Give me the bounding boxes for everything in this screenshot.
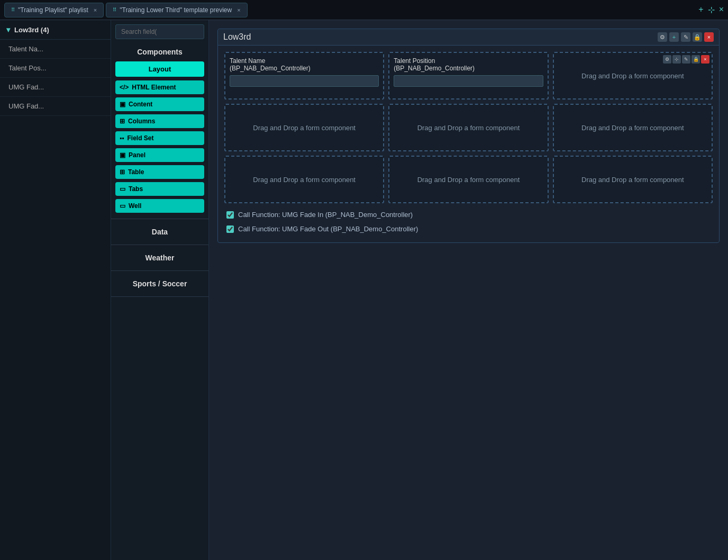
grid-row-3: Drag and Drop a form component Drag and … — [224, 156, 713, 203]
divider-1 — [111, 219, 208, 219]
cell-drag-6[interactable]: Drag and Drop a form component — [388, 156, 548, 203]
drag-drop-text-4: Drag and Drop a form component — [558, 109, 707, 146]
divider-4 — [111, 296, 208, 297]
search-input[interactable] — [115, 24, 204, 39]
layout-button[interactable]: Layout — [115, 61, 204, 77]
template-lock-button[interactable]: 🔒 — [693, 32, 702, 42]
drag-drop-text-3: Drag and Drop a form component — [394, 109, 543, 146]
components-section-title: Components — [111, 43, 208, 59]
tab-playlist-close[interactable]: × — [94, 7, 97, 13]
content-button[interactable]: ▣ Content — [115, 97, 204, 111]
checkbox-fade-in[interactable] — [226, 211, 234, 219]
fieldset-icon: ▪▪ — [120, 134, 124, 142]
collapse-arrow-icon[interactable]: ▾ — [6, 25, 10, 34]
tab-bar-actions: + ⊹ × — [698, 5, 724, 15]
template-title: Low3rd — [223, 32, 251, 42]
cell-drag-5[interactable]: Drag and Drop a form component — [224, 156, 384, 203]
table-button[interactable]: ⊞ Table — [115, 165, 204, 179]
template-controls: ⚙ + ✎ 🔒 × — [658, 32, 714, 42]
checkbox-row-2: Call Function: UMG Fade Out (BP_NAB_Demo… — [224, 222, 713, 236]
main-layout: ▾ Low3rd (4) Talent Na... Talent Pos... … — [0, 20, 728, 560]
cell-talent-position[interactable]: Talent Position(BP_NAB_Demo_Controller) — [388, 52, 548, 100]
data-section-label: Data — [111, 223, 208, 240]
sidebar-header: ▾ Low3rd (4) — [0, 20, 111, 40]
content-area: Low3rd ⚙ + ✎ 🔒 × Talent Name(BP_NAB_Demo… — [209, 20, 728, 560]
well-button[interactable]: ▭ Well — [115, 199, 204, 213]
move-icon: ⊹ — [708, 5, 715, 15]
tab-grid-icon: ⠿ — [11, 7, 15, 13]
template-body: Talent Name(BP_NAB_Demo_Controller) Tale… — [218, 46, 719, 242]
left-sidebar: ▾ Low3rd (4) Talent Na... Talent Pos... … — [0, 20, 111, 560]
template-plus-button[interactable]: + — [669, 32, 679, 42]
tab-bar: ⠿ "Training Playlist" playlist × ⠿ "Trai… — [0, 0, 728, 20]
html-element-button[interactable]: </> HTML Element — [115, 80, 204, 94]
template-close-button[interactable]: × — [704, 32, 714, 42]
tab-playlist-label: "Training Playlist" playlist — [18, 6, 88, 14]
cell-drag-3[interactable]: Drag and Drop a form component — [388, 104, 548, 151]
divider-2 — [111, 245, 208, 245]
checkbox-row-1: Call Function: UMG Fade In (BP_NAB_Demo_… — [224, 207, 713, 222]
template-pencil-button[interactable]: ✎ — [681, 32, 690, 42]
talent-position-title: Talent Position(BP_NAB_Demo_Controller) — [394, 57, 543, 72]
columns-button[interactable]: ⊞ Columns — [115, 114, 204, 128]
weather-section-label: Weather — [111, 249, 208, 266]
close-window-button[interactable]: × — [719, 5, 724, 15]
template-gear-button[interactable]: ⚙ — [658, 32, 667, 42]
talent-position-input[interactable] — [394, 75, 543, 87]
talent-name-input[interactable] — [230, 75, 379, 87]
grid-row-1: Talent Name(BP_NAB_Demo_Controller) Tale… — [224, 52, 713, 100]
divider-3 — [111, 270, 208, 271]
template-header: Low3rd ⚙ + ✎ 🔒 × — [218, 29, 719, 46]
tab-template-close[interactable]: × — [237, 7, 240, 13]
columns-icon: ⊞ — [120, 118, 125, 125]
tabs-icon: ▭ — [120, 185, 125, 193]
tab-template[interactable]: ⠿ "Training Lower Third" template previe… — [106, 3, 247, 17]
cell-1-controls: ⚙ ⊹ ✎ 🔒 × — [663, 55, 709, 64]
content-icon: ▣ — [120, 101, 125, 108]
sidebar-item-umg-fade1[interactable]: UMG Fad... — [0, 78, 111, 97]
checkbox-fade-in-label: Call Function: UMG Fade In (BP_NAB_Demo_… — [238, 211, 413, 219]
talent-name-title: Talent Name(BP_NAB_Demo_Controller) — [230, 57, 379, 72]
middle-panel: Components Layout </> HTML Element ▣ Con… — [111, 20, 209, 560]
new-tab-button[interactable]: + — [698, 5, 703, 15]
grid-row-2: Drag and Drop a form component Drag and … — [224, 104, 713, 151]
cell-drag-2[interactable]: Drag and Drop a form component — [224, 104, 384, 151]
checkbox-fade-out-label: Call Function: UMG Fade Out (BP_NAB_Demo… — [238, 225, 418, 233]
cell-move-button[interactable]: ⊹ — [672, 55, 681, 64]
template-panel: Low3rd ⚙ + ✎ 🔒 × Talent Name(BP_NAB_Demo… — [217, 29, 720, 243]
drag-drop-text-2: Drag and Drop a form component — [230, 109, 379, 146]
sidebar-item-talent-pos[interactable]: Talent Pos... — [0, 59, 111, 78]
cell-gear-button[interactable]: ⚙ — [663, 55, 671, 64]
checkbox-fade-out[interactable] — [226, 225, 234, 233]
cell-drag-7[interactable]: Drag and Drop a form component — [553, 156, 713, 203]
panel-button[interactable]: ▣ Panel — [115, 148, 204, 162]
drag-drop-text-6: Drag and Drop a form component — [394, 161, 543, 198]
tab-playlist[interactable]: ⠿ "Training Playlist" playlist × — [4, 3, 104, 17]
panel-icon: ▣ — [120, 151, 125, 159]
tab-template-icon: ⠿ — [113, 7, 116, 13]
drag-drop-text-5: Drag and Drop a form component — [230, 161, 379, 198]
fieldset-button[interactable]: ▪▪ Field Set — [115, 131, 204, 145]
cell-delete-button[interactable]: × — [701, 55, 709, 64]
sidebar-item-umg-fade2[interactable]: UMG Fad... — [0, 97, 111, 116]
sports-section-label: Sports / Soccer — [111, 275, 208, 292]
cell-pencil-button[interactable]: ✎ — [682, 55, 690, 64]
well-icon: ▭ — [120, 202, 125, 210]
tabs-button[interactable]: ▭ Tabs — [115, 182, 204, 196]
sidebar-item-talent-name[interactable]: Talent Na... — [0, 40, 111, 59]
sidebar-title: Low3rd (4) — [14, 26, 49, 34]
cell-drag-4[interactable]: Drag and Drop a form component — [553, 104, 713, 151]
cell-drag-1[interactable]: ⚙ ⊹ ✎ 🔒 × Drag and Drop a form component — [553, 52, 713, 100]
cell-lock-button[interactable]: 🔒 — [691, 55, 700, 64]
cell-talent-name[interactable]: Talent Name(BP_NAB_Demo_Controller) — [224, 52, 384, 100]
tab-template-label: "Training Lower Third" template preview — [120, 6, 232, 14]
table-icon: ⊞ — [120, 168, 125, 176]
drag-drop-text-7: Drag and Drop a form component — [558, 161, 707, 198]
html-icon: </> — [120, 84, 129, 91]
